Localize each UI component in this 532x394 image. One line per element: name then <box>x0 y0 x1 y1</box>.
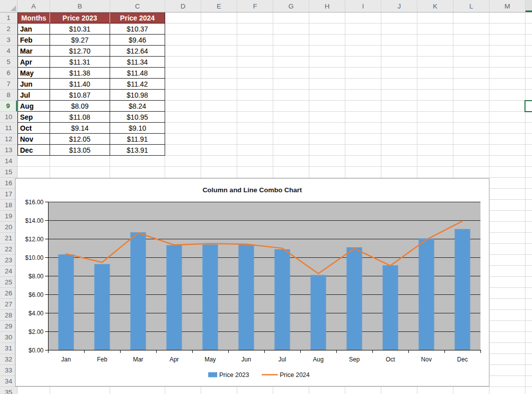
cell-month[interactable]: May <box>18 68 50 79</box>
row-header-28[interactable]: 28 <box>0 310 17 321</box>
cell-price[interactable]: $11.31 <box>50 57 110 68</box>
column-header-c[interactable]: C <box>110 0 165 12</box>
row-header-22[interactable]: 22 <box>0 244 17 255</box>
cell-month[interactable]: Feb <box>18 35 50 46</box>
table-header-cell[interactable]: Price 2024 <box>110 13 165 24</box>
column-header-partial-selected[interactable] <box>525 0 532 12</box>
row-header-4[interactable]: 4 <box>0 46 17 57</box>
column-header-h[interactable]: H <box>309 0 345 12</box>
cell-month[interactable]: Mar <box>18 46 50 57</box>
column-header-d[interactable]: D <box>165 0 201 12</box>
cell-price[interactable]: $12.05 <box>50 134 110 145</box>
column-header-j[interactable]: J <box>381 0 417 12</box>
row-header-13[interactable]: 13 <box>0 145 17 156</box>
cell-price[interactable]: $10.37 <box>110 24 165 35</box>
cell-price[interactable]: $9.27 <box>50 35 110 46</box>
column-header-l[interactable]: L <box>453 0 489 12</box>
row-header-23[interactable]: 23 <box>0 255 17 266</box>
column-header-e[interactable]: E <box>201 0 237 12</box>
row-header-30[interactable]: 30 <box>0 332 17 343</box>
row-header-32[interactable]: 32 <box>0 354 17 365</box>
row-header-27[interactable]: 27 <box>0 299 17 310</box>
cell-price[interactable]: $11.38 <box>50 68 110 79</box>
cell-month[interactable]: Sep <box>18 112 50 123</box>
row-header-12[interactable]: 12 <box>0 134 17 145</box>
cell-price[interactable]: $9.10 <box>110 123 165 134</box>
column-header-f[interactable]: F <box>237 0 273 12</box>
table-row: Sep$11.08$10.95 <box>18 112 165 123</box>
table-header-cell[interactable]: Price 2023 <box>50 13 110 24</box>
table-row: Feb$9.27$9.46 <box>18 35 165 46</box>
row-header-29[interactable]: 29 <box>0 321 17 332</box>
row-header-5[interactable]: 5 <box>0 57 17 68</box>
cell-price[interactable]: $11.08 <box>50 112 110 123</box>
chart-bar-aug <box>311 275 326 350</box>
row-header-15[interactable]: 15 <box>0 167 17 178</box>
row-header-19[interactable]: 19 <box>0 211 17 222</box>
active-cell-selection[interactable] <box>524 100 532 112</box>
row-header-1[interactable]: 1 <box>0 13 17 24</box>
row-header-3[interactable]: 3 <box>0 35 17 46</box>
cell-month[interactable]: Jan <box>18 24 50 35</box>
x-axis-label: Aug <box>313 356 323 363</box>
row-header-10[interactable]: 10 <box>0 112 17 123</box>
row-header-34[interactable]: 34 <box>0 376 17 387</box>
cell-price[interactable]: $8.09 <box>50 101 110 112</box>
row-header-35[interactable]: 35 <box>0 387 17 394</box>
cell-price[interactable]: $11.48 <box>110 68 165 79</box>
row-header-2[interactable]: 2 <box>0 24 17 35</box>
combo-chart[interactable]: $0.00$2.00$4.00$6.00$8.00$10.00$12.00$14… <box>15 178 489 386</box>
cell-price[interactable]: $9.46 <box>110 35 165 46</box>
cell-price[interactable]: $11.40 <box>50 79 110 90</box>
cell-price[interactable]: $10.98 <box>110 90 165 101</box>
column-header-k[interactable]: K <box>417 0 453 12</box>
cell-price[interactable]: $9.14 <box>50 123 110 134</box>
cell-price[interactable]: $13.91 <box>110 145 165 156</box>
cell-price[interactable]: $11.42 <box>110 79 165 90</box>
cell-month[interactable]: Dec <box>18 145 50 156</box>
row-header-21[interactable]: 21 <box>0 233 17 244</box>
cell-price[interactable]: $13.05 <box>50 145 110 156</box>
select-all-triangle-icon <box>11 6 16 11</box>
row-header-8[interactable]: 8 <box>0 90 17 101</box>
y-axis-label: $12.00 <box>25 236 44 243</box>
data-table-body: Jan$10.31$10.37Feb$9.27$9.46Mar$12.70$12… <box>18 24 165 156</box>
select-all-corner[interactable] <box>0 0 18 12</box>
row-header-7[interactable]: 7 <box>0 79 17 90</box>
column-header-m[interactable]: M <box>489 0 525 12</box>
row-header-26[interactable]: 26 <box>0 288 17 299</box>
row-header-6[interactable]: 6 <box>0 68 17 79</box>
cell-month[interactable]: Apr <box>18 57 50 68</box>
cell-price[interactable]: $8.24 <box>110 101 165 112</box>
cell-price[interactable]: $10.95 <box>110 112 165 123</box>
row-header-24[interactable]: 24 <box>0 266 17 277</box>
cell-price[interactable]: $11.34 <box>110 57 165 68</box>
row-header-20[interactable]: 20 <box>0 222 17 233</box>
row-header-17[interactable]: 17 <box>0 189 17 200</box>
row-header-9[interactable]: 9 <box>0 101 17 112</box>
cell-month[interactable]: Jul <box>18 90 50 101</box>
cell-price[interactable]: $10.31 <box>50 24 110 35</box>
cell-month[interactable]: Oct <box>18 123 50 134</box>
cell-price[interactable]: $10.87 <box>50 90 110 101</box>
cell-month[interactable]: Aug <box>18 101 50 112</box>
row-header-16[interactable]: 16 <box>0 178 17 189</box>
column-header-g[interactable]: G <box>273 0 309 12</box>
cell-price[interactable]: $12.64 <box>110 46 165 57</box>
row-header-33[interactable]: 33 <box>0 365 17 376</box>
column-header-a[interactable]: A <box>18 0 50 12</box>
row-header-11[interactable]: 11 <box>0 123 17 134</box>
table-header-cell[interactable]: Months <box>18 13 50 24</box>
cell-price[interactable]: $11.91 <box>110 134 165 145</box>
column-header-i[interactable]: I <box>345 0 381 12</box>
row-header-14[interactable]: 14 <box>0 156 17 167</box>
x-axis-label: Sep <box>349 356 360 363</box>
table-row: Dec$13.05$13.91 <box>18 145 165 156</box>
row-header-25[interactable]: 25 <box>0 277 17 288</box>
cell-month[interactable]: Jun <box>18 79 50 90</box>
cell-price[interactable]: $12.70 <box>50 46 110 57</box>
row-header-31[interactable]: 31 <box>0 343 17 354</box>
column-header-b[interactable]: B <box>50 0 110 12</box>
cell-month[interactable]: Nov <box>18 134 50 145</box>
row-header-18[interactable]: 18 <box>0 200 17 211</box>
